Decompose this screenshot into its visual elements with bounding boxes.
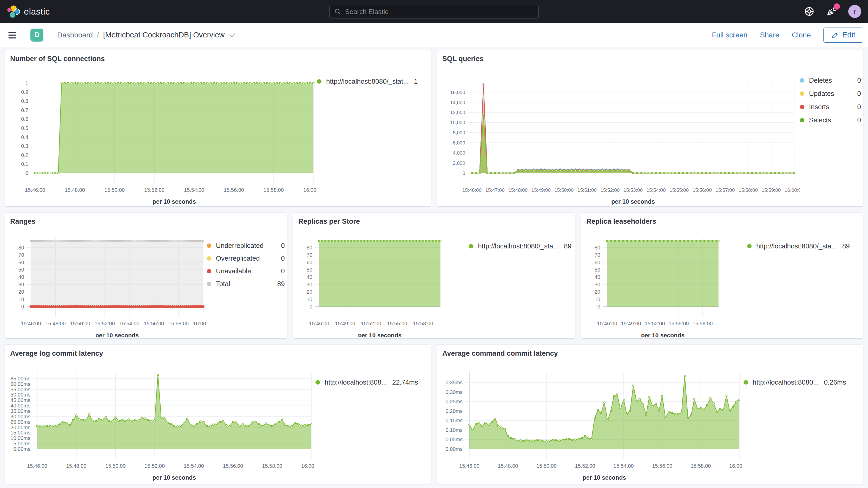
svg-text:10,000: 10,000 <box>450 120 465 125</box>
svg-text:14,000: 14,000 <box>450 100 465 105</box>
legend-item[interactable]: Deletes0 <box>800 77 861 85</box>
breadcrumb-dashboard[interactable]: Dashboard <box>57 31 93 39</box>
avatar[interactable]: r <box>848 5 861 18</box>
svg-text:15:48:00: 15:48:00 <box>498 463 518 469</box>
svg-text:10.00ms: 10.00ms <box>10 435 30 441</box>
svg-text:16:00:00: 16:00:00 <box>193 321 207 326</box>
search-icon <box>334 8 341 15</box>
legend-dot <box>800 105 804 109</box>
chart-legend: http://localhost:8080/_sta...89 <box>469 225 573 337</box>
svg-text:15:55:00: 15:55:00 <box>669 321 689 326</box>
share-button[interactable]: Share <box>760 31 779 39</box>
svg-text:20: 20 <box>306 289 312 295</box>
svg-text:15:50:00: 15:50:00 <box>554 187 574 193</box>
search-input[interactable] <box>345 8 534 16</box>
legend-dot <box>469 244 473 248</box>
svg-text:4,000: 4,000 <box>453 150 465 156</box>
svg-text:20.00ms: 20.00ms <box>10 425 30 430</box>
clone-button[interactable]: Clone <box>792 31 811 39</box>
legend-value: 89 <box>842 242 850 250</box>
svg-text:30.00ms: 30.00ms <box>10 414 30 419</box>
svg-text:40: 40 <box>306 274 312 280</box>
svg-text:0.25ms: 0.25ms <box>445 399 463 404</box>
lifebuoy-icon <box>804 6 814 17</box>
elastic-logo-icon <box>7 5 20 18</box>
svg-text:10: 10 <box>306 297 312 302</box>
svg-text:0: 0 <box>309 304 312 309</box>
svg-text:0.20ms: 0.20ms <box>445 408 463 414</box>
svg-text:70: 70 <box>19 252 24 258</box>
panel-title: Average log commit latency <box>5 345 431 358</box>
svg-text:40: 40 <box>595 274 600 280</box>
legend-item[interactable]: Unavailable0 <box>207 267 285 275</box>
svg-text:0: 0 <box>597 304 600 309</box>
legend-dot <box>207 243 211 248</box>
svg-text:15.00ms: 15.00ms <box>10 430 30 435</box>
svg-text:15:50:00: 15:50:00 <box>105 463 126 469</box>
svg-text:15:54:00: 15:54:00 <box>614 463 634 469</box>
full-screen-button[interactable]: Full screen <box>712 31 747 39</box>
svg-text:15:52:00: 15:52:00 <box>600 187 620 193</box>
svg-text:16:00:00: 16:00:00 <box>303 187 317 193</box>
svg-text:15:58:00: 15:58:00 <box>262 463 282 469</box>
avatar-initial: r <box>854 7 856 16</box>
panel-sql-queries: SQL queries 02,0004,0006,0008,00010,0001… <box>437 50 863 207</box>
svg-text:0.4: 0.4 <box>21 134 28 140</box>
legend-item[interactable]: Underreplicated0 <box>207 242 285 250</box>
panel-title: Replicas per Store <box>293 213 575 225</box>
svg-text:0.10ms: 0.10ms <box>445 427 463 433</box>
legend-item[interactable]: Overreplicated0 <box>207 254 285 263</box>
legend-value: 0 <box>857 116 861 124</box>
svg-text:0.05ms: 0.05ms <box>445 436 463 442</box>
svg-text:40.00ms: 40.00ms <box>10 403 30 408</box>
svg-text:16:00:00: 16:00:00 <box>729 463 744 469</box>
chart-replicas-per-store[interactable]: 0102030405060708015:46:0015:49:0015:52:0… <box>294 225 469 337</box>
check-icon[interactable] <box>229 31 237 39</box>
svg-text:0.8: 0.8 <box>21 98 28 104</box>
svg-text:15:46:00: 15:46:00 <box>27 463 47 469</box>
legend-item[interactable]: http://localhost:8080...0.26ms <box>744 378 861 387</box>
svg-text:15:56:00: 15:56:00 <box>224 187 244 193</box>
chart-sql-connections[interactable]: 00.10.20.30.40.50.60.70.80.9115:46:0015:… <box>6 63 317 205</box>
svg-text:15:50:00: 15:50:00 <box>104 187 125 193</box>
chart-sql-queries[interactable]: 02,0004,0006,0008,00010,00012,00014,0001… <box>438 63 800 205</box>
elastic-logo[interactable]: elastic <box>7 5 50 18</box>
svg-text:30: 30 <box>595 282 600 287</box>
svg-text:15:54:00: 15:54:00 <box>647 187 666 193</box>
legend-item[interactable]: Updates0 <box>800 90 861 98</box>
edit-button[interactable]: Edit <box>823 28 863 42</box>
svg-text:15:52:00: 15:52:00 <box>95 321 115 326</box>
svg-text:12,000: 12,000 <box>450 110 465 115</box>
svg-text:15:52:00: 15:52:00 <box>145 463 165 469</box>
chart-replica-leaseholders[interactable]: 0102030405060708015:46:0015:49:0015:52:0… <box>582 225 747 337</box>
chart-avg-log-commit-latency[interactable]: 0.00ms5.00ms10.00ms15.00ms20.00ms25.00ms… <box>6 358 315 483</box>
svg-text:0: 0 <box>462 171 465 176</box>
svg-text:16,000: 16,000 <box>450 90 465 95</box>
legend-label: Updates <box>809 90 855 98</box>
svg-text:40: 40 <box>19 274 24 280</box>
help-button[interactable] <box>804 6 814 17</box>
space-badge[interactable]: D <box>30 29 43 41</box>
chart-avg-command-commit-latency[interactable]: 0.00ms0.05ms0.10ms0.15ms0.20ms0.25ms0.30… <box>438 358 744 483</box>
legend-label: http://localhost:8080... <box>753 378 818 387</box>
legend-item[interactable]: http://localhost:808...22.74ms <box>315 378 429 387</box>
legend-item[interactable]: http://localhost:8080/_sta...89 <box>469 242 573 250</box>
brand-text: elastic <box>24 6 50 17</box>
svg-text:15:48:00: 15:48:00 <box>65 187 85 193</box>
svg-text:70: 70 <box>306 252 312 258</box>
chart-ranges[interactable]: 0102030405060708015:46:0015:48:0015:50:0… <box>6 225 207 337</box>
chart-legend: Deletes0Updates0Inserts0Selects0 <box>800 63 861 205</box>
legend-item[interactable]: http://localhost:8080/_sta...89 <box>747 242 861 250</box>
news-button[interactable] <box>826 6 837 17</box>
global-search[interactable] <box>329 5 539 19</box>
legend-item[interactable]: Selects0 <box>800 116 861 124</box>
legend-item[interactable]: Total89 <box>207 280 285 288</box>
legend-item[interactable]: http://localhost:8080/_stat...1 <box>317 78 429 86</box>
svg-text:5.00ms: 5.00ms <box>13 441 30 447</box>
menu-button[interactable] <box>7 30 18 40</box>
svg-text:15:47:00: 15:47:00 <box>486 187 505 193</box>
legend-item[interactable]: Inserts0 <box>800 103 861 111</box>
svg-text:15:50:00: 15:50:00 <box>536 463 557 469</box>
svg-text:6,000: 6,000 <box>453 140 465 146</box>
svg-text:50: 50 <box>19 267 24 273</box>
